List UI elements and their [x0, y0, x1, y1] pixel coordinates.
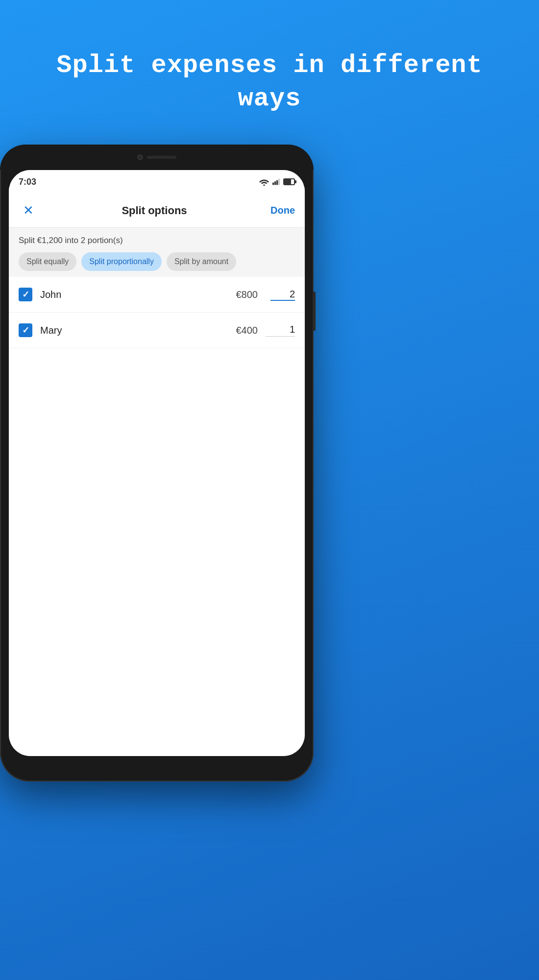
- split-info-bar: Split €1,200 into 2 portion(s) Split equ…: [9, 228, 305, 277]
- phone-device: 7:03: [0, 145, 314, 782]
- split-proportionally-button[interactable]: Split proportionally: [81, 252, 162, 271]
- mary-name: Mary: [40, 325, 211, 336]
- svg-rect-1: [272, 183, 274, 185]
- camera: [137, 154, 143, 160]
- close-button[interactable]: ✕: [19, 201, 38, 220]
- john-parts-input[interactable]: [270, 289, 295, 301]
- app-header: ✕ Split options Done: [9, 194, 305, 228]
- page-background: Split expenses in different ways 7:03: [0, 0, 539, 782]
- mary-parts: 1: [266, 324, 295, 337]
- split-description: Split €1,200 into 2 portion(s): [19, 236, 295, 245]
- table-row: ✓ John €800: [9, 277, 305, 313]
- john-name: John: [40, 289, 211, 300]
- checkmark-icon: ✓: [22, 289, 29, 300]
- side-button: [313, 292, 316, 331]
- svg-rect-2: [274, 181, 276, 185]
- svg-rect-3: [276, 180, 278, 185]
- svg-point-0: [263, 185, 265, 186]
- status-time: 7:03: [19, 177, 36, 187]
- done-button[interactable]: Done: [270, 205, 295, 216]
- mary-checkbox[interactable]: ✓: [19, 323, 32, 337]
- phone-shell: 7:03: [0, 145, 314, 782]
- split-by-amount-button[interactable]: Split by amount: [167, 252, 236, 271]
- mary-parts-value: 1: [266, 324, 295, 337]
- headline: Split expenses in different ways: [0, 49, 539, 115]
- checkmark-icon: ✓: [22, 325, 29, 336]
- battery-icon: [283, 178, 295, 185]
- mary-amount: €400: [219, 325, 258, 336]
- app-title: Split options: [38, 204, 270, 217]
- wifi-icon: [259, 178, 270, 186]
- john-checkbox[interactable]: ✓: [19, 288, 32, 301]
- table-row: ✓ Mary €400 1: [9, 313, 305, 348]
- status-bar: 7:03: [9, 170, 305, 194]
- signal-icon: [272, 178, 280, 186]
- close-icon: ✕: [23, 203, 34, 218]
- john-amount: €800: [219, 289, 258, 300]
- svg-rect-4: [278, 179, 280, 185]
- split-equally-button[interactable]: Split equally: [19, 252, 76, 271]
- app-content: ✕ Split options Done Split €1,200 into 2…: [9, 194, 305, 756]
- split-options-row: Split equally Split proportionally Split…: [19, 252, 295, 271]
- persons-list: ✓ John €800 ✓: [9, 277, 305, 756]
- speaker: [147, 156, 176, 159]
- headline-text: Split expenses in different ways: [56, 51, 483, 113]
- phone-screen: 7:03: [9, 170, 305, 756]
- phone-notch: [0, 145, 314, 170]
- john-parts[interactable]: [266, 289, 295, 301]
- status-icons: [259, 178, 295, 186]
